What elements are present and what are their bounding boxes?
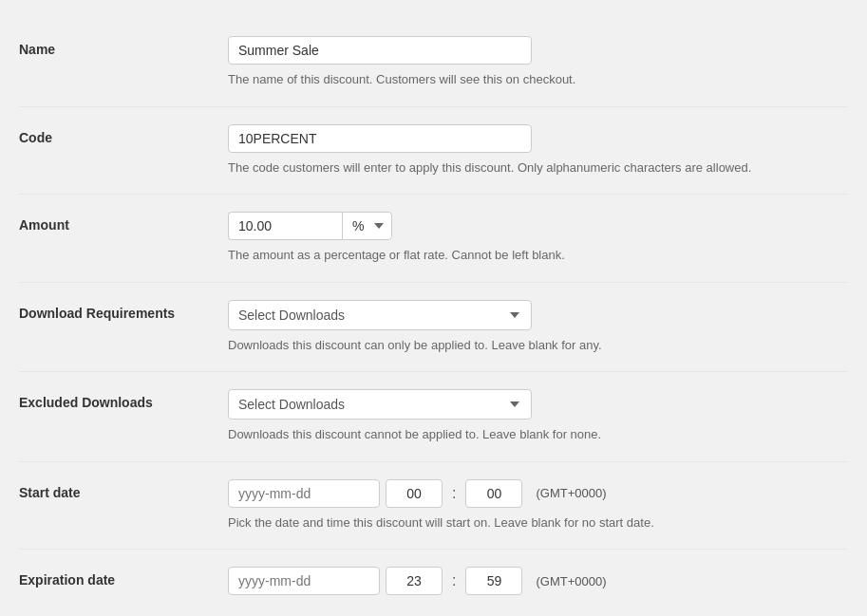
amount-inputs: % $: [228, 212, 848, 240]
excluded-downloads-select[interactable]: Select Downloads: [228, 389, 532, 420]
amount-input[interactable]: [228, 212, 342, 240]
excluded-downloads-row: Excluded Downloads Select Downloads Down…: [19, 372, 848, 462]
start-timezone: (GMT+0000): [536, 486, 606, 500]
discount-form: Name The name of this discount. Customer…: [0, 0, 867, 616]
amount-row: Amount % $ The amount as a percentage or…: [19, 195, 848, 283]
start-date-row: Start date : (GMT+0000) Pick the date an…: [19, 462, 848, 551]
excluded-downloads-field: Select Downloads Downloads this discount…: [228, 389, 848, 444]
expiration-date-row: Expiration date : (GMT+0000): [19, 550, 848, 612]
name-input[interactable]: [228, 36, 532, 65]
name-hint: The name of this discount. Customers wil…: [228, 70, 817, 89]
amount-hint: The amount as a percentage or flat rate.…: [228, 246, 817, 265]
start-date-input[interactable]: [228, 479, 380, 508]
start-date-inputs: : (GMT+0000): [228, 479, 848, 508]
expiration-date-input[interactable]: [228, 567, 380, 595]
amount-label: Amount: [19, 212, 228, 233]
code-hint: The code customers will enter to apply t…: [228, 159, 817, 177]
download-requirements-select[interactable]: Select Downloads: [228, 300, 532, 330]
download-requirements-label: Download Requirements: [19, 300, 228, 321]
name-label: Name: [19, 36, 228, 57]
download-requirements-hint: Downloads this discount can only be appl…: [228, 336, 817, 355]
name-field: The name of this discount. Customers wil…: [228, 36, 848, 89]
start-time-separator: :: [448, 485, 460, 502]
start-minute-input[interactable]: [465, 479, 522, 508]
excluded-downloads-label: Excluded Downloads: [19, 389, 228, 410]
expiration-timezone: (GMT+0000): [536, 574, 606, 588]
start-date-label: Start date: [19, 479, 228, 500]
code-input[interactable]: [228, 124, 532, 153]
code-field: The code customers will enter to apply t…: [228, 124, 848, 177]
expiration-time-separator: :: [448, 572, 460, 589]
download-requirements-field: Select Downloads Downloads this discount…: [228, 300, 848, 355]
expiration-date-field: : (GMT+0000): [228, 567, 848, 595]
download-requirements-row: Download Requirements Select Downloads D…: [19, 283, 848, 373]
start-date-field: : (GMT+0000) Pick the date and time this…: [228, 479, 848, 532]
expiration-date-inputs: : (GMT+0000): [228, 567, 848, 595]
start-date-hint: Pick the date and time this discount wil…: [228, 513, 817, 532]
code-label: Code: [19, 124, 228, 145]
name-row: Name The name of this discount. Customer…: [19, 19, 848, 107]
excluded-downloads-hint: Downloads this discount cannot be applie…: [228, 425, 817, 444]
expiration-date-label: Expiration date: [19, 567, 228, 588]
amount-unit-select[interactable]: % $: [342, 212, 392, 240]
expiration-minute-input[interactable]: [465, 567, 522, 595]
start-hour-input[interactable]: [386, 479, 443, 508]
amount-field: % $ The amount as a percentage or flat r…: [228, 212, 848, 265]
expiration-hour-input[interactable]: [386, 567, 443, 595]
code-row: Code The code customers will enter to ap…: [19, 107, 848, 196]
